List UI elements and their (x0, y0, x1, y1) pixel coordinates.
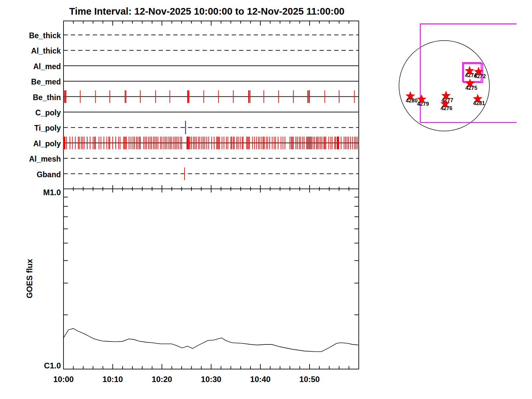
filter-row-label: Be_med (31, 77, 61, 86)
filter-row-label: Al_thick (31, 47, 61, 55)
active-region-label: 4279 (417, 101, 429, 107)
screenshot-root: Time Interval: 12-Nov-2025 10:00:00 to 1… (0, 0, 532, 399)
filter-row-label: Gband (37, 170, 61, 179)
filter-row-label: Ti_poly (34, 124, 61, 132)
filter-row-label: Al_mesh (29, 155, 61, 163)
filter-row-label: Be_thin (33, 93, 61, 102)
x-axis-tick-label: 10:40 (250, 375, 270, 384)
goes-y-bottom-label: C1.0 (44, 361, 61, 370)
goes-y-top-label: M1.0 (43, 188, 61, 197)
active-region-label: 4281 (473, 100, 485, 106)
solar-disk-panel: 42744272427542804279427742764281 (399, 24, 517, 131)
active-region-label: 4276 (441, 105, 453, 111)
filter-timeline-panel: Be_thickAl_thickAl_medBe_medBe_thinC_pol… (29, 21, 359, 193)
page-title: Time Interval: 12-Nov-2025 10:00:00 to 1… (69, 6, 344, 17)
filter-row-label: Be_thick (29, 31, 61, 40)
goes-flux-panel: 10:0010:1010:2010:3010:4010:50 (53, 189, 359, 384)
x-axis-tick-label: 10:20 (152, 375, 172, 384)
active-region-label: 4275 (466, 85, 477, 91)
x-axis-tick-label: 10:30 (201, 375, 221, 384)
x-axis-tick-label: 10:50 (299, 375, 320, 384)
observation-plot: Time Interval: 12-Nov-2025 10:00:00 to 1… (0, 0, 532, 399)
filter-row-label: C_poly (35, 108, 61, 117)
x-axis-tick-label: 10:10 (102, 375, 123, 384)
goes-panel-border (64, 189, 359, 369)
active-region-label: 4280 (406, 98, 418, 103)
filter-row-label: Al_poly (33, 139, 61, 148)
active-region-label: 4272 (474, 73, 486, 79)
filter-row-label: Al_med (33, 62, 61, 71)
goes-flux-curve (64, 329, 358, 352)
goes-y-axis-title: GOES flux (25, 259, 34, 298)
filter-panel-border (64, 21, 359, 189)
x-axis-tick-label: 10:00 (53, 375, 73, 384)
